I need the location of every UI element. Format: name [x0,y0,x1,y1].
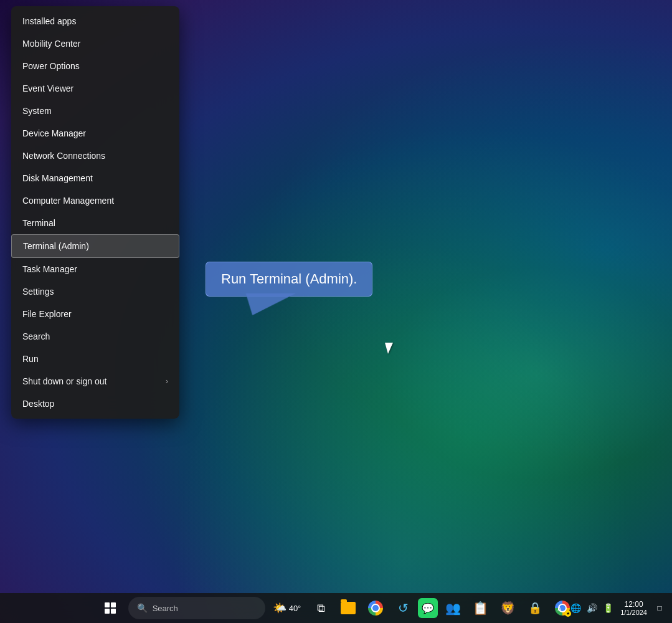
menu-item-label-disk-management: Disk Management [22,173,93,183]
sticky-notes-icon: 📋 [473,601,488,616]
battery-tray-icon[interactable]: 🔋 [600,601,615,616]
menu-item-computer-management[interactable]: Computer Management [11,189,179,212]
menu-item-settings[interactable]: Settings [11,280,179,303]
whatsapp-button[interactable]: 💬 [418,598,438,618]
taskbar-center: 🔍 Search 🌤️ 40° ⧉ ↺ 💬 👥 [97,595,575,621]
menu-item-label-file-explorer: File Explorer [22,309,72,319]
menu-item-task-manager[interactable]: Task Manager [11,258,179,280]
refresh-icon-button[interactable]: ↺ [390,596,415,621]
folder-icon [341,602,356,614]
menu-item-network-connections[interactable]: Network Connections [11,145,179,167]
menu-item-label-mobility-center: Mobility Center [22,39,80,49]
menu-item-shut-down[interactable]: Shut down or sign out› [11,370,179,392]
taskbar-search-label: Search [153,604,178,613]
weather-temp: 40° [289,604,301,613]
menu-item-label-desktop: Desktop [22,399,54,409]
tooltip-arrow [240,293,295,315]
lock-icon-button[interactable]: 🔒 [523,596,547,621]
task-view-icon: ⧉ [317,602,325,615]
menu-item-label-installed-apps: Installed apps [22,16,76,26]
menu-item-label-task-manager: Task Manager [22,264,77,274]
start-button[interactable] [97,595,123,621]
menu-item-event-viewer[interactable]: Event Viewer [11,77,179,100]
task-view-button[interactable]: ⧉ [308,596,333,621]
current-date: 1/1/2024 [620,609,647,616]
sticky-notes-button[interactable]: 📋 [468,596,493,621]
taskbar: 🔍 Search 🌤️ 40° ⧉ ↺ 💬 👥 [0,593,672,623]
menu-item-label-terminal: Terminal [22,218,55,228]
file-explorer-taskbar-button[interactable] [336,596,361,621]
tray-icons: 🌐 🔊 🔋 [568,601,615,616]
current-time: 12:00 [620,600,647,609]
volume-tray-icon[interactable]: 🔊 [584,601,599,616]
menu-item-label-search: Search [22,331,50,341]
network-tray-icon[interactable]: 🌐 [568,601,583,616]
brave-icon: 🦁 [500,601,516,616]
menu-item-mobility-center[interactable]: Mobility Center [11,32,179,55]
menu-item-label-shut-down: Shut down or sign out [22,376,106,386]
menu-item-terminal-admin[interactable]: Terminal (Admin) [11,234,179,258]
submenu-chevron-shut-down: › [166,377,168,386]
menu-item-label-run: Run [22,354,39,364]
search-icon: 🔍 [137,603,148,613]
brave-button[interactable]: 🦁 [495,596,520,621]
lock-icon: 🔒 [528,601,542,615]
chrome-taskbar-button[interactable] [363,596,388,621]
show-hidden-icons-button[interactable]: ∧ [553,602,566,614]
menu-item-label-event-viewer: Event Viewer [22,83,73,93]
tooltip-callout: Run Terminal (Admin). [206,262,372,297]
teams-icon: 👥 [445,601,461,616]
menu-item-desktop[interactable]: Desktop [11,392,179,415]
mouse-cursor [385,343,394,355]
time-date-display[interactable]: 12:00 1/1/2024 [618,599,650,617]
chrome-icon [368,601,383,616]
tooltip-text: Run Terminal (Admin). [206,262,372,297]
menu-item-run[interactable]: Run [11,348,179,370]
menu-item-label-network-connections: Network Connections [22,151,105,161]
menu-item-power-options[interactable]: Power Options [11,55,179,77]
teams-button[interactable]: 👥 [440,596,465,621]
menu-item-label-device-manager: Device Manager [22,128,86,138]
menu-item-installed-apps[interactable]: Installed apps [11,10,179,32]
refresh-icon: ↺ [398,601,409,616]
system-tray: ∧ 🌐 🔊 🔋 12:00 1/1/2024 □ [553,599,667,617]
weather-widget[interactable]: 🌤️ 40° [268,599,306,617]
menu-item-label-system: System [22,106,52,116]
menu-item-system[interactable]: System [11,100,179,122]
menu-item-device-manager[interactable]: Device Manager [11,122,179,145]
windows-logo-icon [105,602,116,614]
menu-item-label-settings: Settings [22,287,54,297]
weather-icon: 🌤️ [273,601,286,615]
menu-item-disk-management[interactable]: Disk Management [11,167,179,189]
menu-item-label-terminal-admin: Terminal (Admin) [23,241,89,251]
whatsapp-icon: 💬 [422,602,434,614]
notifications-button[interactable]: □ [652,601,667,616]
menu-item-search[interactable]: Search [11,325,179,348]
menu-item-label-power-options: Power Options [22,61,80,71]
taskbar-search-bar[interactable]: 🔍 Search [128,597,265,619]
menu-item-label-computer-management: Computer Management [22,196,114,206]
menu-item-file-explorer[interactable]: File Explorer [11,303,179,325]
power-user-menu: Installed appsMobility CenterPower Optio… [11,6,179,419]
menu-item-terminal[interactable]: Terminal [11,212,179,234]
